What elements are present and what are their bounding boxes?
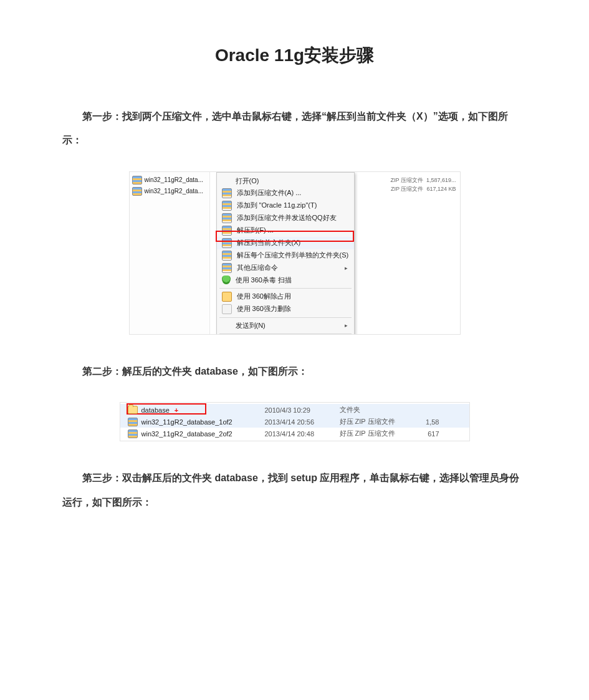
menu-item[interactable]: 解压到(F) ... — [217, 224, 354, 237]
menu-item[interactable]: 使用 360强力删除 — [217, 303, 354, 315]
menu-item[interactable]: 解压每个压缩文件到单独的文件夹(S) — [217, 249, 354, 262]
menu-separator — [219, 288, 352, 289]
step2-span: 第二步：解压后的文件夹 database，如下图所示： — [82, 366, 308, 376]
arch-icon — [222, 263, 232, 273]
row-name: win32_11gR2_database_2of2 — [141, 430, 232, 438]
row-type: 好压 ZIP 压缩文件 — [340, 429, 408, 438]
menu-label: 使用 360杀毒 扫描 — [236, 276, 292, 285]
arch-icon — [222, 201, 232, 211]
row-type: 文件夹 — [340, 405, 408, 415]
menu-separator — [219, 333, 352, 334]
menu-label: 发送到(N) — [236, 321, 266, 330]
menu-label: 使用 360解除占用 — [237, 292, 291, 301]
row-date: 2010/4/3 10:29 — [265, 406, 333, 414]
arch-icon — [128, 429, 138, 438]
arch-icon — [222, 213, 232, 223]
menu-label: 添加到压缩文件并发送给QQ好友 — [237, 213, 337, 223]
lock-icon — [222, 292, 232, 302]
archive-icon — [132, 187, 142, 196]
list-row[interactable]: database+2010/4/3 10:29文件夹 — [120, 404, 469, 416]
menu-item[interactable]: 添加到压缩文件(A) ... — [217, 187, 354, 199]
menu-label: 解压到当前文件夹(X) — [237, 238, 301, 247]
menu-label: 使用 360强力删除 — [237, 304, 291, 314]
arch-icon — [128, 418, 138, 426]
menu-label: 解压每个压缩文件到单独的文件夹(S) — [237, 251, 349, 260]
menu-separator — [219, 317, 352, 318]
row-type: 好压 ZIP 压缩文件 — [340, 417, 408, 426]
list-row[interactable]: win32_11gR2_database_1of22013/4/14 20:56… — [120, 416, 469, 428]
row-name: win32_11gR2_database_1of2 — [141, 418, 232, 426]
menu-item[interactable]: 发送到(N) — [217, 320, 354, 332]
menu-label: 解压到(F) ... — [237, 226, 274, 235]
menu-item[interactable]: 添加到压缩文件并发送给QQ好友 — [217, 212, 354, 224]
menu-item[interactable]: 其他压缩命令 — [217, 262, 354, 274]
row-date: 2013/4/14 20:56 — [265, 418, 333, 426]
screenshot-file-list: database+2010/4/3 10:29文件夹win32_11gR2_da… — [120, 402, 470, 441]
file-meta: ZIP 压缩文件 617,124 KB — [391, 185, 456, 193]
row-size: 617 — [414, 430, 439, 438]
arch-icon — [222, 238, 232, 248]
menu-label: 添加到压缩文件(A) ... — [237, 188, 302, 198]
row-size: 1,58 — [414, 418, 439, 426]
menu-item[interactable]: 添加到 "Oracle 11g.zip"(T) — [217, 199, 354, 212]
file-row: win32_11gR2_data... — [132, 187, 207, 196]
step3-span: 第三步：双击解压后的文件夹 database，找到 setup 应用程序，单击鼠… — [62, 472, 519, 507]
file-row: win32_11gR2_data... — [132, 176, 207, 185]
del-icon — [222, 304, 232, 314]
step1-text: 第一步：找到两个压缩文件，选中单击鼠标右键，选择“解压到当前文件夹（X）”选项，… — [62, 105, 527, 153]
shield-icon — [222, 276, 231, 284]
menu-item[interactable]: 解压到当前文件夹(X) — [217, 237, 354, 249]
menu-item[interactable]: 打开(O) — [217, 175, 354, 187]
archive-icon — [132, 176, 142, 185]
menu-label: 其他压缩命令 — [237, 263, 278, 272]
list-row[interactable]: win32_11gR2_database_2of22013/4/14 20:48… — [120, 428, 469, 439]
screenshot-context-menu: win32_11gR2_data...win32_11gR2_data... Z… — [129, 171, 461, 335]
file-meta: ZIP 压缩文件 1,587,619... — [391, 176, 456, 185]
row-name: database — [141, 406, 170, 414]
menu-item[interactable]: 使用 360解除占用 — [217, 290, 354, 303]
page-title: Oracle 11g安装步骤 — [62, 44, 527, 67]
arch-icon — [222, 251, 232, 261]
file-name: win32_11gR2_data... — [145, 188, 204, 194]
step2-text: 第二步：解压后的文件夹 database，如下图所示： — [62, 360, 527, 383]
file-name: win32_11gR2_data... — [145, 176, 204, 183]
folder-icon — [128, 406, 138, 414]
menu-label: 打开(O) — [236, 176, 259, 186]
menu-label: 添加到 "Oracle 11g.zip"(T) — [237, 201, 317, 210]
arch-icon — [222, 188, 232, 198]
arch-icon — [222, 226, 232, 236]
row-date: 2013/4/14 20:48 — [265, 430, 333, 438]
context-menu: 打开(O)添加到压缩文件(A) ...添加到 "Oracle 11g.zip"(… — [216, 172, 355, 335]
step1-span: 第一步：找到两个压缩文件，选中单击鼠标右键，选择“解压到当前文件夹（X）”选项，… — [62, 111, 508, 145]
mark-icon: + — [175, 406, 178, 414]
menu-item[interactable]: 使用 360杀毒 扫描 — [217, 274, 354, 286]
step3-text: 第三步：双击解压后的文件夹 database，找到 setup 应用程序，单击鼠… — [62, 466, 527, 514]
